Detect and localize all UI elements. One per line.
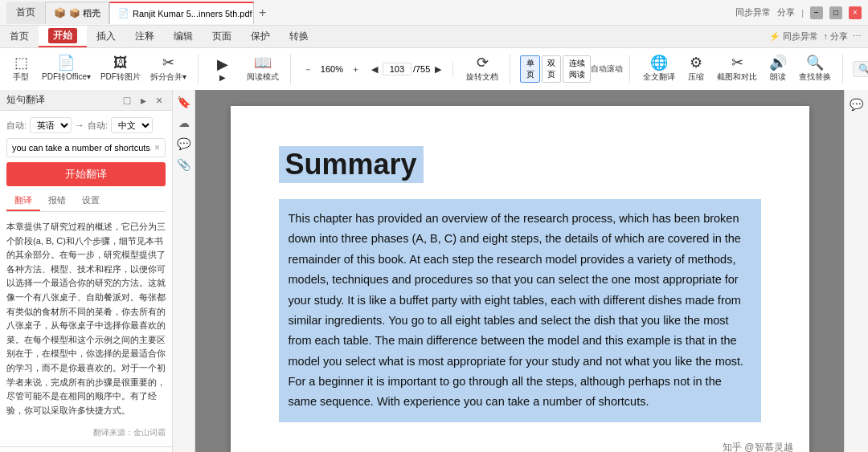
cloud-icon[interactable]: ☁	[175, 114, 193, 132]
rotate-btn[interactable]: ⟳ 旋转文档	[463, 54, 502, 84]
fulltext-translate-btn[interactable]: 🌐 全文翻译	[640, 54, 678, 84]
tab-pdf[interactable]: 📄 Ranjit Kumar 5...inners 5th.pdf ×	[109, 2, 254, 24]
compress-btn[interactable]: ⚙ 压缩	[682, 54, 710, 84]
sync-status[interactable]: 同步异常	[735, 6, 771, 18]
panel-collapse-icon[interactable]: □	[121, 94, 133, 107]
rotate-icon: ⟳	[477, 55, 489, 70]
translation-result: 本章提供了研究过程的概述，它已分为三个阶段(a, B, C)和八个步骤，细节见本…	[6, 217, 166, 421]
zoom-level: 160%	[317, 64, 346, 74]
attachment-icon[interactable]: 📎	[175, 156, 193, 173]
translation-content: 自动: 英语 → 自动: 中文 × 开始翻译 翻译 报	[0, 111, 172, 446]
ribbon-group-zoom: － 160% ＋ ◀ /755 ▶	[301, 62, 453, 77]
search-icon: 🔍	[858, 63, 868, 75]
zoom-in-btn[interactable]: ＋	[348, 62, 363, 77]
panel-close-icon[interactable]: ×	[153, 94, 166, 107]
tab-home-label: 首页	[16, 6, 35, 19]
tab-daoke[interactable]: 📦 📦 稻壳	[45, 2, 109, 24]
speaker-icon: 🔊	[769, 55, 787, 70]
pdf-body-text: This chapter has provided an overview of…	[279, 199, 761, 422]
next-page-btn[interactable]: ▶	[432, 63, 444, 76]
left-sidebar-icons: 🔖 ☁ 💬 📎	[173, 90, 195, 452]
zoom-out-btn[interactable]: －	[301, 62, 316, 77]
tab-report[interactable]: 报错	[40, 191, 74, 211]
split-merge-btn[interactable]: ✂ 拆分合并▾	[147, 54, 190, 84]
maximize-button[interactable]: □	[829, 6, 842, 19]
find-replace-btn[interactable]: 🔍 查找替换	[796, 54, 834, 84]
panel-pin-icon[interactable]: ▸	[137, 94, 149, 107]
translation-input[interactable]	[12, 143, 151, 153]
language-selector: 自动: 英语 → 自动: 中文	[6, 117, 166, 133]
tab-settings[interactable]: 设置	[74, 191, 108, 211]
split-merge-icon: ✂	[162, 55, 174, 70]
reading-mode-btn[interactable]: 📖 阅读模式	[244, 54, 282, 84]
find-icon: 🔍	[806, 55, 824, 70]
right-sidebar: 💬	[844, 90, 868, 452]
panel-footer: 邀你使用全文翻译，支持更多语言，保留文档格式式 全文翻译 >>	[0, 446, 172, 452]
pdf-to-office-btn[interactable]: 📄 PDF转Office▾	[39, 54, 94, 84]
panel-title: 短句翻译	[6, 93, 117, 107]
panel-controls: □ ▸ ×	[121, 94, 166, 107]
pdf-page: Summary This chapter has provided an ove…	[231, 106, 809, 452]
watermark: 知乎 @智慕灵越	[723, 441, 793, 452]
crop-icon: ✂	[731, 55, 743, 70]
page-input[interactable]	[383, 63, 411, 75]
title-bar: 首页 📦 📦 稻壳 📄 Ranjit Kumar 5...inners 5th.…	[0, 0, 868, 26]
translation-provider: 翻译来源：金山词霸	[6, 426, 166, 440]
comment-icon[interactable]: 💬	[175, 135, 193, 153]
tab-home[interactable]: 首页	[6, 2, 45, 24]
ribbon-group-select: ⬚ 手型 📄 PDF转Office▾ 🖼 PDF转图片 ✂ 拆分合并▾	[6, 54, 199, 84]
more-options[interactable]: ⋯	[853, 31, 862, 42]
clear-input-btn[interactable]: ×	[154, 142, 160, 153]
search-box[interactable]: 🔍	[853, 61, 868, 77]
sync-label: ⚡ 同步异常	[769, 31, 818, 43]
reading-icon: 📖	[254, 55, 272, 70]
share-btn[interactable]: 分享	[777, 6, 795, 18]
close-button[interactable]: ×	[849, 6, 862, 19]
select-icon: ⬚	[14, 55, 28, 70]
play-btn[interactable]: ▶ ▶	[208, 55, 237, 83]
tab-translate[interactable]: 翻译	[6, 191, 40, 211]
ribbon-tab-annotate[interactable]: 注释	[125, 26, 164, 47]
ribbon-tab-bar: 首页 开始 插入 注释 编辑 页面 保护 转换 ⚡ 同步异常 ↑ 分享 ⋯	[0, 26, 868, 48]
ribbon-tab-start[interactable]: 开始	[39, 26, 87, 47]
single-page-btn[interactable]: 单页	[520, 55, 540, 83]
bookmark-icon[interactable]: 🔖	[175, 93, 193, 111]
ribbon-tab-edit[interactable]: 编辑	[164, 26, 203, 47]
panel-header: 短句翻译 □ ▸ ×	[0, 90, 172, 111]
translation-input-box[interactable]: ×	[6, 138, 166, 157]
autoscroll-btn[interactable]: 自动滚动	[592, 62, 621, 76]
ribbon-tab-home[interactable]: 首页	[0, 26, 39, 47]
result-tabs: 翻译 报错 设置	[6, 191, 166, 212]
page-separator: /755	[413, 64, 430, 74]
ribbon-tab-protect[interactable]: 保护	[241, 26, 280, 47]
divider-1: |	[801, 8, 804, 18]
share-label[interactable]: ↑ 分享	[823, 31, 848, 43]
tab-pdf-label: Ranjit Kumar 5...inners 5th.pdf	[133, 9, 252, 18]
ribbon-tab-convert[interactable]: 转换	[280, 26, 318, 47]
translation-panel: 短句翻译 □ ▸ × 自动: 英语 → 自动: 中文	[0, 90, 173, 452]
ribbon-group-view: ▶ ▶ 📖 阅读模式	[208, 54, 291, 84]
ribbon-group-pageview: 单页 双页 连续阅读 自动滚动	[520, 55, 630, 83]
translate-button[interactable]: 开始翻译	[6, 162, 166, 186]
play-icon: ▶	[217, 57, 228, 71]
compress-icon: ⚙	[690, 55, 702, 70]
prev-page-btn[interactable]: ◀	[368, 63, 381, 76]
new-tab-button[interactable]: +	[254, 6, 271, 20]
ribbon-tab-insert[interactable]: 插入	[87, 26, 125, 47]
readaloud-btn[interactable]: 🔊 朗读	[764, 54, 792, 84]
translate-icon: 🌐	[650, 55, 668, 70]
target-lang-select[interactable]: 中文	[111, 117, 153, 133]
minimize-button[interactable]: −	[810, 6, 823, 19]
sidebar-chat-icon[interactable]: 💬	[848, 96, 865, 112]
pdf-to-image-btn[interactable]: 🖼 PDF转图片	[97, 54, 144, 84]
continuous-btn[interactable]: 连续阅读	[563, 55, 591, 83]
ribbon-tab-page[interactable]: 页面	[203, 26, 241, 47]
tab-daoke-label: 📦 稻壳	[69, 7, 100, 19]
double-page-btn[interactable]: 双页	[542, 55, 562, 83]
source-lang-select[interactable]: 英语	[30, 117, 72, 133]
select-tool-btn[interactable]: ⬚ 手型	[6, 54, 35, 84]
active-tab-label: 开始	[48, 28, 77, 43]
ribbon-content: ⬚ 手型 📄 PDF转Office▾ 🖼 PDF转图片 ✂ 拆分合并▾ ▶ ▶	[0, 48, 868, 90]
crop-btn[interactable]: ✂ 截图和对比	[714, 54, 760, 84]
pdf-office-icon: 📄	[57, 55, 75, 70]
